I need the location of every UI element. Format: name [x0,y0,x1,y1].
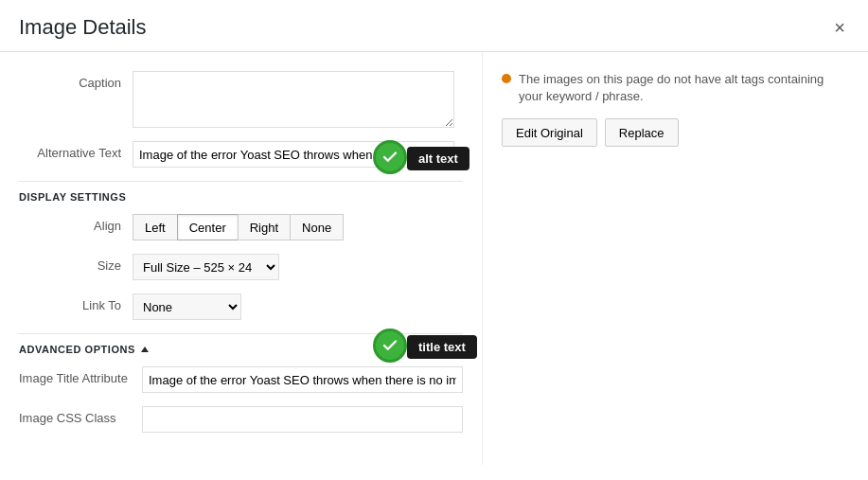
notice-text: The images on this page do not have alt … [519,71,849,105]
align-none-button[interactable]: None [290,214,344,240]
alt-text-checkmark [373,140,407,174]
align-label: Align [19,214,133,233]
link-to-row: Link To None Media File Attachment Page … [19,293,463,320]
alt-text-label: Alternative Text [19,141,133,160]
align-buttons: Left Center Right None [133,214,343,240]
collapse-icon [141,347,149,352]
size-select[interactable]: Full Size – 525 × 24 Thumbnail Medium La… [133,254,279,280]
image-title-input[interactable] [142,366,463,393]
title-text-checkmark [373,329,407,363]
display-settings-heading: DISPLAY SETTINGS [19,181,463,214]
modal-title: Image Details [19,15,147,40]
right-panel: The images on this page do not have alt … [483,52,868,465]
link-to-label: Link To [19,293,133,312]
caption-row: Caption [19,71,463,128]
modal-header: Image Details × [0,0,868,52]
title-text-tooltip: title text [407,335,477,359]
edit-original-button[interactable]: Edit Original [502,118,597,147]
link-to-select[interactable]: None Media File Attachment Page Custom U… [133,293,241,320]
image-title-row: Image Title Attribute [19,366,463,393]
action-buttons: Edit Original Replace [502,118,849,147]
align-center-button[interactable]: Center [177,214,239,240]
align-left-button[interactable]: Left [133,214,178,240]
image-details-modal: Image Details × Caption Alternative Text… [0,0,868,480]
image-title-label: Image Title Attribute [19,366,142,385]
notice-row: The images on this page do not have alt … [502,71,849,105]
modal-body: Caption Alternative Text DISPLAY SETTING… [0,52,868,465]
replace-button[interactable]: Replace [605,118,679,147]
alt-text-tooltip: alt text [407,147,469,170]
align-row: Align Left Center Right None [19,214,463,240]
size-label: Size [19,254,133,273]
size-row: Size Full Size – 525 × 24 Thumbnail Medi… [19,254,463,280]
caption-input[interactable] [133,71,454,128]
image-css-row: Image CSS Class [19,406,463,433]
warning-dot [502,74,511,83]
image-css-input[interactable] [142,406,463,433]
left-panel: Caption Alternative Text DISPLAY SETTING… [0,52,483,465]
advanced-options-label: ADVANCED OPTIONS [19,344,135,355]
caption-label: Caption [19,71,133,90]
image-css-label: Image CSS Class [19,406,142,425]
close-button[interactable]: × [830,18,849,37]
align-right-button[interactable]: Right [238,214,291,240]
